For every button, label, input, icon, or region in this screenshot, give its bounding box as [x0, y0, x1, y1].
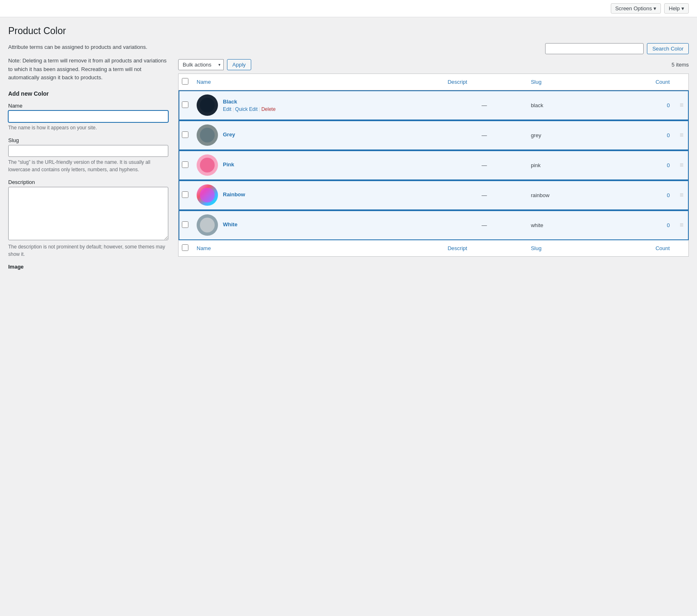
- row-name-cell: Rainbow: [192, 180, 443, 210]
- row-name-cell: Pink: [192, 150, 443, 180]
- header-slug-label: Slug: [531, 79, 541, 85]
- color-name-link[interactable]: Black: [223, 99, 275, 105]
- search-input[interactable]: [545, 43, 644, 54]
- row-checkbox-cell: [179, 180, 192, 210]
- row-checkbox[interactable]: [182, 221, 188, 228]
- info-text-2: Note: Deleting a term will remove it fro…: [8, 57, 168, 82]
- drag-handle-icon[interactable]: ≡: [680, 191, 683, 198]
- search-color-button[interactable]: Search Color: [647, 43, 689, 54]
- row-checkbox[interactable]: [182, 131, 188, 138]
- color-actions: Edit | Quick Edit | Delete: [223, 106, 275, 112]
- row-checkbox-cell: [179, 150, 192, 180]
- drag-handle-icon[interactable]: ≡: [680, 221, 683, 228]
- row-drag-cell[interactable]: ≡: [675, 180, 689, 210]
- row-count-cell: 0: [607, 210, 675, 240]
- row-checkbox[interactable]: [182, 161, 188, 168]
- header-drag: [675, 74, 689, 90]
- action-separator-2: |: [259, 106, 260, 112]
- row-description-cell: —: [443, 90, 526, 120]
- row-slug-cell: pink: [526, 150, 607, 180]
- description-textarea[interactable]: [8, 187, 168, 240]
- description-field-group: Description The description is not promi…: [8, 179, 168, 258]
- header-slug: Slug: [526, 74, 607, 90]
- row-count-cell: 0: [607, 120, 675, 150]
- row-slug-cell: grey: [526, 120, 607, 150]
- drag-handle-icon[interactable]: ≡: [680, 131, 683, 138]
- page-title: Product Color: [8, 25, 689, 37]
- name-field-group: Name The name is how it appears on your …: [8, 103, 168, 131]
- screen-options-label: Screen Options: [615, 5, 652, 11]
- row-checkbox-cell: [179, 120, 192, 150]
- footer-checkbox-cell: [179, 240, 192, 257]
- edit-link[interactable]: Edit: [223, 106, 232, 112]
- description-hint: The description is not prominent by defa…: [8, 243, 168, 258]
- row-description-cell: —: [443, 150, 526, 180]
- row-checkbox-cell: [179, 90, 192, 120]
- help-button[interactable]: Help ▾: [664, 3, 689, 14]
- color-avatar: [197, 154, 218, 176]
- footer-select-all-checkbox[interactable]: [182, 244, 188, 251]
- screen-options-button[interactable]: Screen Options ▾: [611, 3, 661, 14]
- select-all-checkbox[interactable]: [182, 78, 188, 85]
- table-row: Rainbow—rainbow0≡: [179, 180, 689, 210]
- slug-field-group: Slug The “slug” is the URL-friendly vers…: [8, 137, 168, 173]
- row-checkbox[interactable]: [182, 191, 188, 198]
- row-slug-cell: rainbow: [526, 180, 607, 210]
- row-count-cell: 0: [607, 150, 675, 180]
- header-count-label: Count: [656, 79, 670, 85]
- header-checkbox-cell: [179, 74, 192, 90]
- footer-header-description: Descript: [443, 240, 526, 257]
- row-description-cell: —: [443, 120, 526, 150]
- color-name-link[interactable]: Grey: [223, 131, 235, 138]
- slug-hint: The “slug” is the URL-friendly version o…: [8, 159, 168, 173]
- items-count: 5 items: [672, 62, 689, 68]
- delete-link[interactable]: Delete: [261, 106, 276, 112]
- table-row: Grey—grey0≡: [179, 120, 689, 150]
- row-description-cell: —: [443, 210, 526, 240]
- bulk-actions-select[interactable]: Bulk actions Delete: [178, 59, 224, 70]
- color-name-link[interactable]: Rainbow: [223, 191, 245, 198]
- bulk-actions-wrapper: Bulk actions Delete ▾: [178, 59, 224, 70]
- footer-drag: [675, 240, 689, 257]
- slug-input[interactable]: [8, 145, 168, 157]
- info-text-1: Attribute terms can be assigned to produ…: [8, 43, 168, 52]
- row-drag-cell[interactable]: ≡: [675, 90, 689, 120]
- apply-button[interactable]: Apply: [227, 59, 251, 70]
- add-new-heading: Add new Color: [8, 90, 168, 97]
- help-label: Help: [669, 5, 680, 11]
- colors-table: Name Descript Slug Count: [178, 74, 689, 257]
- row-drag-cell[interactable]: ≡: [675, 120, 689, 150]
- color-name-link[interactable]: Pink: [223, 161, 234, 168]
- row-description-cell: —: [443, 180, 526, 210]
- slug-label: Slug: [8, 137, 168, 143]
- color-avatar: [197, 124, 218, 146]
- table-row: Pink—pink0≡: [179, 150, 689, 180]
- drag-handle-icon[interactable]: ≡: [680, 101, 683, 108]
- header-name: Name: [192, 74, 443, 90]
- toolbar-left: Bulk actions Delete ▾ Apply: [178, 59, 251, 70]
- header-description: Descript: [443, 74, 526, 90]
- row-drag-cell[interactable]: ≡: [675, 210, 689, 240]
- row-checkbox-cell: [179, 210, 192, 240]
- row-checkbox[interactable]: [182, 101, 188, 108]
- table-footer: Name Descript Slug Count: [179, 240, 689, 257]
- header-count: Count: [607, 74, 675, 90]
- row-name-cell: Grey: [192, 120, 443, 150]
- color-name-link[interactable]: White: [223, 221, 237, 228]
- footer-header-slug: Slug: [526, 240, 607, 257]
- row-drag-cell[interactable]: ≡: [675, 150, 689, 180]
- table-row: BlackEdit | Quick Edit | Delete—black0≡: [179, 90, 689, 120]
- drag-handle-icon[interactable]: ≡: [680, 161, 683, 168]
- quick-edit-link[interactable]: Quick Edit: [235, 106, 258, 112]
- image-label: Image: [8, 264, 168, 270]
- table-row: White—white0≡: [179, 210, 689, 240]
- table-header: Name Descript Slug Count: [179, 74, 689, 90]
- footer-header-name: Name: [192, 240, 443, 257]
- color-avatar: [197, 184, 218, 206]
- screen-options-chevron: ▾: [653, 5, 656, 11]
- name-label: Name: [8, 103, 168, 109]
- row-slug-cell: white: [526, 210, 607, 240]
- name-input[interactable]: [8, 110, 168, 122]
- image-field-group: Image: [8, 264, 168, 270]
- left-panel: Attribute terms can be assigned to produ…: [8, 43, 168, 276]
